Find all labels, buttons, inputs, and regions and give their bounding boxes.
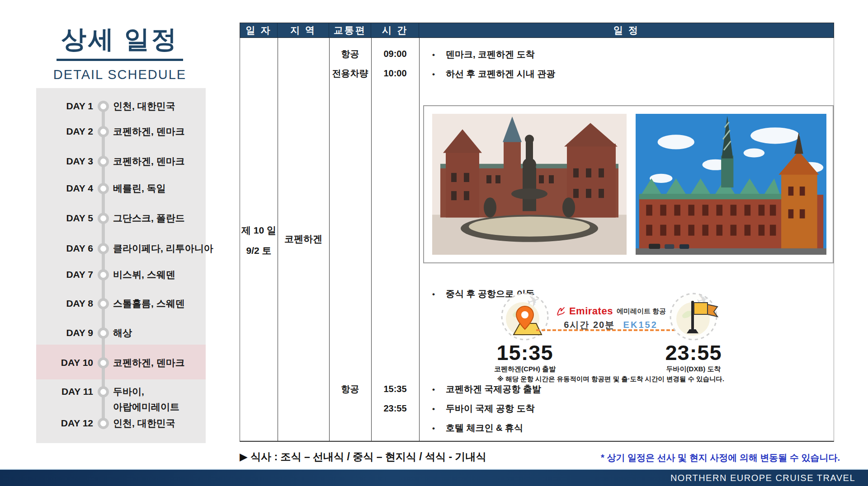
footer-bar: NORTHERN EUROPE CRUISE TRAVEL <box>0 469 868 486</box>
day-location: 코펜하겐, 덴마크 <box>113 125 185 138</box>
departure-label: 코펜하겐(CPH) 출발 <box>480 365 570 373</box>
day-location: 인천, 대한민국 <box>113 99 175 113</box>
airline-row: Emirates 에미레이트 항공 <box>520 305 701 317</box>
day-location-line2: 아랍에미레이트 <box>113 400 179 414</box>
schedule-item: 코펜하겐 국제공항 출발 <box>432 383 541 395</box>
day-location: 두바이, <box>113 385 144 398</box>
table-header: 일 자 지 역 교통편 시 간 일 정 <box>240 23 834 38</box>
sidebar-item-day12: DAY 12 인천, 대한민국 <box>36 416 206 430</box>
column-divider <box>371 38 372 441</box>
flight-disclaimer-note: ※ 해당 운항 시간은 유동적이며 항공편 및 출·도착 시간이 변경될 수 있… <box>475 375 746 383</box>
day-label: DAY 8 <box>36 297 93 310</box>
day-label: DAY 6 <box>36 242 93 255</box>
sidebar-item-day2: DAY 2 코펜하겐, 덴마크 <box>36 125 206 138</box>
page-subtitle: DETAIL SCHEDULE <box>45 67 194 82</box>
header-date: 일 자 <box>240 23 278 37</box>
day-location: 클라이페다, 리투아니아 <box>113 242 213 255</box>
day-timeline-panel: DAY 1 인천, 대한민국 DAY 2 코펜하겐, 덴마크 DAY 3 코펜하… <box>36 88 206 443</box>
day-label: DAY 4 <box>36 182 93 195</box>
frederiksborg-fountain-photo <box>432 114 627 255</box>
day-location: 인천, 대한민국 <box>113 416 175 430</box>
time-cell: 09:00 <box>371 48 419 60</box>
page-title: 상세 일정 <box>45 22 194 57</box>
meal-info-note: ▶ 식사 : 조식 – 선내식 / 중식 – 현지식 / 석식 - 기내식 <box>240 450 486 464</box>
time-cell: 15:35 <box>371 383 419 395</box>
day-label: DAY 12 <box>36 416 93 430</box>
schedule-change-disclaimer: * 상기 일정은 선사 및 현지 사정에 의해 변동될 수 있습니다. <box>496 452 840 464</box>
header-transport: 교통편 <box>329 23 371 37</box>
schedule-item: 덴마크, 코펜하겐 도착 <box>432 48 535 60</box>
day-location: 코펜하겐, 덴마크 <box>113 356 185 369</box>
title-underline <box>57 59 183 61</box>
schedule-item: 두바이 국제 공항 도착 <box>432 402 535 414</box>
sidebar-item-day3: DAY 3 코펜하겐, 덴마크 <box>36 154 206 168</box>
sidebar-item-day6: DAY 6 클라이페다, 리투아니아 <box>36 242 206 255</box>
sidebar-item-day5: DAY 5 그단스크, 폴란드 <box>36 211 206 225</box>
transport-cell: 항공 <box>329 383 371 395</box>
day-label: DAY 3 <box>36 154 93 168</box>
transport-cell: 항공 <box>329 48 371 60</box>
schedule-item: 하선 후 코펜하겐 시내 관광 <box>432 68 555 79</box>
day-location: 코펜하겐, 덴마크 <box>113 154 185 168</box>
title-block: 상세 일정 DETAIL SCHEDULE <box>45 22 194 82</box>
flight-duration: 6시간 20분 <box>564 320 615 330</box>
date-line1: 제 10 일 <box>240 224 278 237</box>
day-location: 그단스크, 폴란드 <box>113 211 185 225</box>
arrival-label: 두바이(DXB) 도착 <box>648 365 739 373</box>
airline-name-korean: 에미레이트 항공 <box>617 307 666 316</box>
footer-brand: NORTHERN EUROPE CRUISE TRAVEL <box>670 470 855 486</box>
departure-time: 15:35 <box>480 341 570 364</box>
header-time: 시 간 <box>371 23 419 37</box>
day-location: 베를린, 독일 <box>113 182 166 195</box>
arrival-time: 23:55 <box>648 341 739 364</box>
region-cell: 코펜하겐 <box>278 233 329 245</box>
schedule-table: 일 자 지 역 교통편 시 간 일 정 제 10 일 9/2 토 코펜하겐 항공… <box>240 23 834 442</box>
column-divider <box>329 38 330 441</box>
sidebar-item-day9: DAY 9 해상 <box>36 326 206 340</box>
sidebar-item-day4: DAY 4 베를린, 독일 <box>36 182 206 195</box>
day-label: DAY 5 <box>36 211 93 225</box>
date-line2: 9/2 토 <box>240 244 278 257</box>
borsen-building-photo <box>636 114 826 255</box>
day-label: DAY 11 <box>36 385 93 398</box>
schedule-item: 호텔 체크인 & 휴식 <box>432 422 523 434</box>
timeline-line <box>102 106 105 423</box>
column-divider <box>419 38 420 441</box>
sidebar-item-day11: DAY 11 두바이, 아랍에미레이트 <box>36 385 206 416</box>
day-label: DAY 9 <box>36 326 93 340</box>
header-region: 지 역 <box>278 23 329 37</box>
day-label: DAY 10 <box>36 356 93 369</box>
day-location: 비스뷔, 스웨덴 <box>113 268 175 281</box>
day-label: DAY 7 <box>36 268 93 281</box>
day-location: 해상 <box>113 326 132 340</box>
sidebar-item-day7: DAY 7 비스뷔, 스웨덴 <box>36 268 206 281</box>
time-cell: 10:00 <box>371 67 419 79</box>
day-label: DAY 2 <box>36 125 93 138</box>
day-location: 스톨홀름, 스웨덴 <box>113 297 185 310</box>
detail-schedule-page: 상세 일정 DETAIL SCHEDULE DAY 1 인천, 대한민국 <box>0 0 868 486</box>
photo-frame <box>423 105 834 263</box>
time-cell: 23:55 <box>371 402 419 414</box>
day-label: DAY 1 <box>36 99 93 113</box>
flight-number: EK152 <box>623 320 658 330</box>
sidebar-item-day8: DAY 8 스톨홀름, 스웨덴 <box>36 297 206 310</box>
transport-cell: 전용차량 <box>329 67 371 79</box>
date-cell: 제 10 일 9/2 토 <box>240 224 278 257</box>
header-schedule: 일 정 <box>419 23 834 37</box>
table-body: 제 10 일 9/2 토 코펜하겐 항공 전용차량 항공 09:00 10:00… <box>240 38 834 442</box>
flight-duration-row: 6시간 20분 EK152 <box>520 319 701 331</box>
emirates-calligraphy-icon <box>556 304 566 318</box>
sidebar-item-day1: DAY 1 인천, 대한민국 <box>36 99 206 113</box>
sidebar-item-day10: DAY 10 코펜하겐, 덴마크 <box>36 356 206 369</box>
airline-name: Emirates <box>569 305 613 317</box>
